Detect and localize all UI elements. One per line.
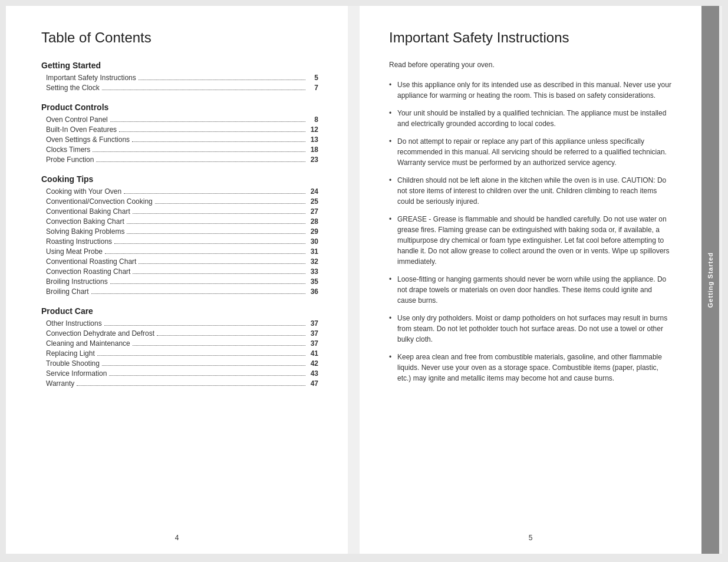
toc-entry: Important Safety Instructions 5 bbox=[41, 74, 318, 82]
section-getting-started: Getting Started bbox=[41, 61, 318, 70]
toc-entry: Oven Control Panel 8 bbox=[41, 115, 318, 124]
safety-bullet-1: Your unit should be installed by a quali… bbox=[389, 108, 672, 129]
toc-entry: Trouble Shooting 42 bbox=[41, 359, 318, 368]
toc-entry: Oven Settings & Functions 13 bbox=[41, 135, 318, 144]
safety-bullets-container: Use this appliance only for its intended… bbox=[389, 80, 672, 384]
toc-entry: Cleaning and Maintenance 37 bbox=[41, 339, 318, 348]
toc-entry: Cooking with Your Oven 24 bbox=[41, 187, 318, 196]
toc-sections: Getting Started Important Safety Instruc… bbox=[41, 61, 318, 388]
right-page-number: 5 bbox=[529, 534, 533, 542]
safety-bullet-7: Keep area clean and free from combustibl… bbox=[389, 352, 672, 384]
toc-entry: Using Meat Probe 31 bbox=[41, 247, 318, 256]
safety-title: Important Safety Instructions bbox=[389, 29, 672, 46]
safety-intro: Read before operating your oven. bbox=[389, 61, 672, 69]
toc-entry: Warranty 47 bbox=[41, 379, 318, 388]
toc-entry: Conventional Roasting Chart 32 bbox=[41, 257, 318, 266]
toc-entry: Broiling Chart 36 bbox=[41, 287, 318, 296]
toc-entry: Convection Roasting Chart 33 bbox=[41, 267, 318, 276]
toc-entry: Conventional Baking Chart 27 bbox=[41, 207, 318, 216]
getting-started-tab: Getting Started bbox=[701, 6, 719, 554]
safety-bullet-2: Do not attempt to repair or replace any … bbox=[389, 136, 672, 168]
toc-entry: Setting the Clock 7 bbox=[41, 84, 318, 92]
toc-entry: Convection Dehydrate and Defrost 37 bbox=[41, 329, 318, 338]
toc-entry: Replacing Light 41 bbox=[41, 349, 318, 358]
toc-entry: Other Instructions 37 bbox=[41, 319, 318, 328]
safety-bullet-6: Use only dry potholders. Moist or damp p… bbox=[389, 313, 672, 345]
toc-entry: Conventional/Convection Cooking 25 bbox=[41, 197, 318, 206]
safety-bullet-5: Loose-fitting or hanging garments should… bbox=[389, 274, 672, 306]
section-product-care: Product Care bbox=[41, 306, 318, 316]
toc-entry: Clocks Timers 18 bbox=[41, 146, 318, 154]
toc-entry: Convection Baking Chart 28 bbox=[41, 217, 318, 226]
toc-entry: Solving Baking Problems 29 bbox=[41, 227, 318, 236]
toc-entry: Service Information 43 bbox=[41, 369, 318, 378]
section-product-controls: Product Controls bbox=[41, 103, 318, 112]
right-page: Important Safety Instructions Read befor… bbox=[360, 6, 701, 554]
toc-entry: Broiling Instructions 35 bbox=[41, 277, 318, 286]
page-container: Table of Contents Getting Started Import… bbox=[6, 6, 722, 554]
toc-entry: Roasting Instructions 30 bbox=[41, 237, 318, 246]
left-page: Table of Contents Getting Started Import… bbox=[6, 6, 348, 554]
toc-title: Table of Contents bbox=[41, 29, 318, 46]
safety-bullet-3: Children should not be left alone in the… bbox=[389, 175, 672, 207]
safety-bullet-4: GREASE - Grease is flammable and should … bbox=[389, 214, 672, 267]
toc-entry: Probe Function 23 bbox=[41, 156, 318, 164]
left-page-number: 4 bbox=[175, 534, 179, 542]
tab-label: Getting Started bbox=[707, 252, 714, 308]
section-cooking-tips: Cooking Tips bbox=[41, 174, 318, 184]
toc-entry: Built-In Oven Features 12 bbox=[41, 125, 318, 134]
safety-bullet-0: Use this appliance only for its intended… bbox=[389, 80, 672, 101]
